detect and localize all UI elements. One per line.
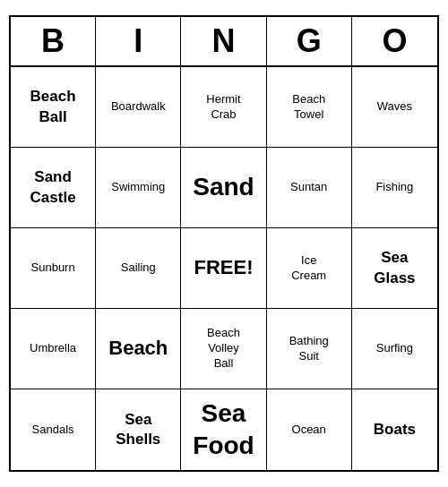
cell-label: SeaGlass <box>374 248 415 287</box>
cell-label: Fishing <box>375 180 413 195</box>
header-letter: O <box>352 17 437 65</box>
cell-label: Suntan <box>290 180 327 195</box>
bingo-cell: Swimming <box>96 148 181 228</box>
bingo-cell: Sunburn <box>11 228 96 309</box>
bingo-header: BINGO <box>11 17 437 67</box>
bingo-cell: Sailing <box>96 228 181 309</box>
bingo-cell: Fishing <box>352 148 437 228</box>
cell-label: BeachTowel <box>292 92 325 123</box>
cell-label: Boardwalk <box>111 99 166 115</box>
cell-label: FREE! <box>194 255 253 281</box>
bingo-cell: BeachVolleyBall <box>181 309 266 389</box>
header-letter: N <box>181 17 266 65</box>
bingo-cell: Waves <box>352 67 437 148</box>
cell-label: Sunburn <box>31 261 75 276</box>
cell-label: BeachVolleyBall <box>207 326 240 372</box>
bingo-cell: Umbrella <box>11 309 96 389</box>
bingo-cell: BathingSuit <box>267 309 352 389</box>
bingo-cell: Surfing <box>352 309 437 389</box>
header-letter: I <box>96 17 181 65</box>
bingo-cell: Sandals <box>11 389 96 470</box>
cell-label: Swimming <box>111 180 165 195</box>
cell-label: SeaShells <box>116 410 160 449</box>
bingo-cell: SeaShells <box>96 389 181 470</box>
cell-label: Umbrella <box>30 341 76 356</box>
bingo-cell: IceCream <box>267 228 352 309</box>
cell-label: IceCream <box>291 253 326 284</box>
cell-label: Ocean <box>292 423 326 438</box>
bingo-cell: Beach <box>96 309 181 389</box>
bingo-grid: BeachBallBoardwalkHermitCrabBeachTowelWa… <box>11 67 437 470</box>
cell-label: Surfing <box>376 341 413 356</box>
cell-label: Waves <box>377 99 412 115</box>
bingo-cell: BeachTowel <box>267 67 352 148</box>
bingo-cell: Ocean <box>267 389 352 470</box>
cell-label: SeaFood <box>193 397 254 463</box>
bingo-cell: HermitCrab <box>181 67 266 148</box>
bingo-card: BINGO BeachBallBoardwalkHermitCrabBeachT… <box>9 15 439 472</box>
bingo-cell: FREE! <box>181 228 266 309</box>
cell-label: BeachBall <box>30 87 76 126</box>
cell-label: Sand <box>193 171 254 203</box>
bingo-cell: SeaFood <box>181 389 266 470</box>
bingo-cell: Sand <box>181 148 266 228</box>
cell-label: SandCastle <box>30 167 76 207</box>
cell-label: Beach <box>108 336 168 362</box>
bingo-cell: Suntan <box>267 148 352 228</box>
cell-label: BathingSuit <box>289 334 329 364</box>
bingo-cell: SandCastle <box>11 148 96 228</box>
header-letter: G <box>267 17 352 65</box>
cell-label: Sailing <box>121 261 156 276</box>
cell-label: HermitCrab <box>206 92 240 123</box>
bingo-cell: SeaGlass <box>352 228 437 309</box>
bingo-cell: Boats <box>352 389 437 470</box>
header-letter: B <box>11 17 96 65</box>
cell-label: Boats <box>374 420 416 440</box>
bingo-cell: BeachBall <box>11 67 96 148</box>
cell-label: Sandals <box>32 423 74 438</box>
bingo-cell: Boardwalk <box>96 67 181 148</box>
